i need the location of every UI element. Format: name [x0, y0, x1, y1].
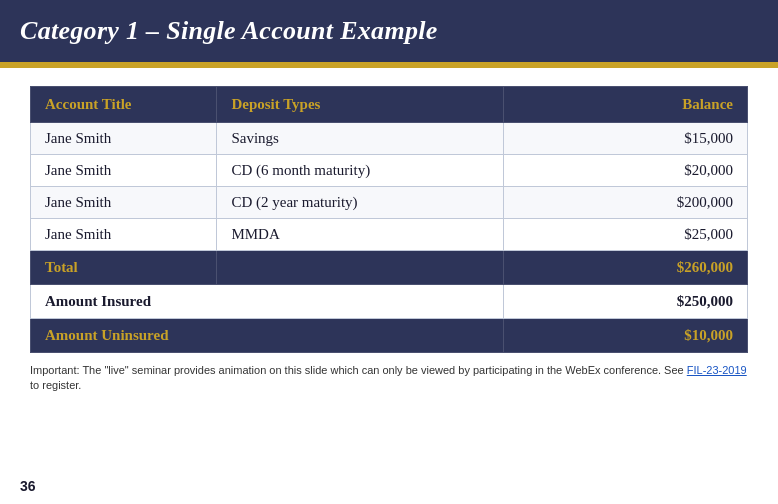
total-balance: $260,000: [504, 251, 748, 285]
row-deposit: CD (2 year maturity): [217, 187, 504, 219]
row-balance: $20,000: [504, 155, 748, 187]
insured-row: Amount Insured $250,000: [31, 285, 748, 319]
row-deposit: MMDA: [217, 219, 504, 251]
insured-label: Amount Insured: [31, 285, 504, 319]
row-deposit: Savings: [217, 123, 504, 155]
table-row: Jane Smith Savings $15,000: [31, 123, 748, 155]
row-account: Jane Smith: [31, 187, 217, 219]
uninsured-balance: $10,000: [504, 319, 748, 353]
table-row: Jane Smith MMDA $25,000: [31, 219, 748, 251]
total-row: Total $260,000: [31, 251, 748, 285]
uninsured-label: Amount Uninsured: [31, 319, 504, 353]
table-row: Jane Smith CD (6 month maturity) $20,000: [31, 155, 748, 187]
header-deposit: Deposit Types: [217, 87, 504, 123]
row-account: Jane Smith: [31, 219, 217, 251]
footer-note: Important: The "live" seminar provides a…: [30, 363, 748, 394]
row-account: Jane Smith: [31, 123, 217, 155]
slide: Category 1 – Single Account Example Acco…: [0, 0, 778, 504]
row-deposit: CD (6 month maturity): [217, 155, 504, 187]
page-title: Category 1 – Single Account Example: [20, 16, 438, 46]
row-balance: $15,000: [504, 123, 748, 155]
uninsured-row: Amount Uninsured $10,000: [31, 319, 748, 353]
table-header-row: Account Title Deposit Types Balance: [31, 87, 748, 123]
footer-pre: Important: The "live" seminar provides a…: [30, 364, 687, 376]
row-balance: $200,000: [504, 187, 748, 219]
footer-link[interactable]: FIL-23-2019: [687, 364, 747, 376]
insured-balance: $250,000: [504, 285, 748, 319]
footer-post: to register.: [30, 379, 81, 391]
header-account: Account Title: [31, 87, 217, 123]
header-balance: Balance: [504, 87, 748, 123]
row-balance: $25,000: [504, 219, 748, 251]
slide-number: 36: [20, 478, 36, 494]
row-account: Jane Smith: [31, 155, 217, 187]
content-area: Account Title Deposit Types Balance Jane…: [0, 68, 778, 404]
table-row: Jane Smith CD (2 year maturity) $200,000: [31, 187, 748, 219]
title-bar: Category 1 – Single Account Example: [0, 0, 778, 62]
total-label: Total: [31, 251, 217, 285]
total-empty: [217, 251, 504, 285]
main-table: Account Title Deposit Types Balance Jane…: [30, 86, 748, 353]
